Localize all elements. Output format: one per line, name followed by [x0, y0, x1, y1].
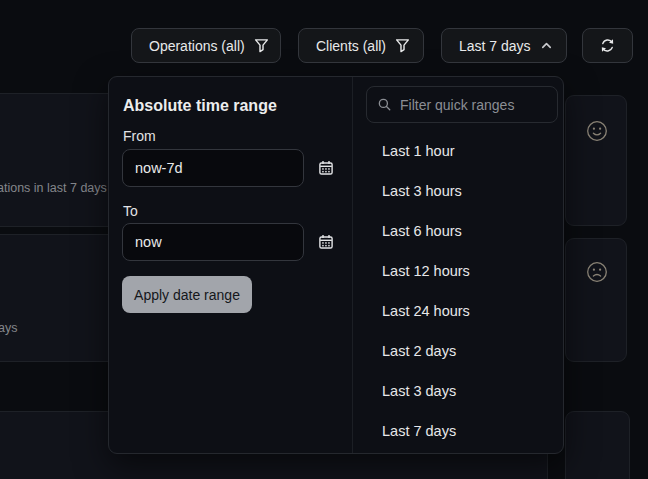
absolute-time-range-title: Absolute time range	[123, 97, 277, 115]
to-label: To	[123, 203, 138, 219]
frowning-face-icon	[585, 260, 609, 284]
time-range-button[interactable]: Last 7 days	[441, 28, 567, 63]
operations-filter-label: Operations (all)	[149, 38, 245, 54]
to-input[interactable]	[122, 223, 304, 261]
quick-range-last-3-hours[interactable]: Last 3 hours	[353, 171, 565, 211]
smiley-face-icon	[585, 119, 609, 143]
background-panel-row1-right	[565, 95, 627, 226]
quick-range-last-12-hours[interactable]: Last 12 hours	[353, 251, 565, 291]
truncated-panel-title-row1: ations in last 7 days	[0, 181, 107, 195]
filter-quick-ranges-input[interactable]	[366, 86, 558, 123]
calendar-icon[interactable]	[318, 160, 334, 176]
quick-range-search	[366, 86, 558, 123]
background-panel-row3-right	[565, 411, 630, 479]
from-label: From	[123, 128, 156, 144]
quick-range-last-3-days[interactable]: Last 3 days	[353, 371, 565, 411]
quick-range-list: Last 1 hour Last 3 hours Last 6 hours La…	[353, 131, 565, 451]
clients-filter-label: Clients (all)	[316, 38, 386, 54]
operations-filter-button[interactable]: Operations (all)	[131, 28, 281, 63]
time-picker-dropdown: Absolute time range From To Apply	[108, 76, 564, 454]
time-range-label: Last 7 days	[459, 38, 531, 54]
truncated-panel-title-row2: ays	[0, 321, 17, 335]
from-input[interactable]	[122, 149, 304, 187]
quick-range-last-24-hours[interactable]: Last 24 hours	[353, 291, 565, 331]
refresh-button[interactable]	[582, 28, 633, 63]
calendar-icon[interactable]	[318, 234, 334, 250]
chevron-up-icon	[539, 38, 554, 53]
refresh-icon	[599, 37, 616, 54]
quick-range-last-2-days[interactable]: Last 2 days	[353, 331, 565, 371]
quick-range-last-7-days[interactable]: Last 7 days	[353, 411, 565, 451]
quick-range-last-1-hour[interactable]: Last 1 hour	[353, 131, 565, 171]
apply-date-range-button[interactable]: Apply date range	[122, 276, 252, 313]
funnel-icon	[394, 37, 411, 54]
quick-range-last-6-hours[interactable]: Last 6 hours	[353, 211, 565, 251]
clients-filter-button[interactable]: Clients (all)	[298, 28, 424, 63]
funnel-icon	[253, 37, 270, 54]
background-panel-row2-right	[565, 238, 627, 362]
search-icon	[377, 97, 392, 112]
